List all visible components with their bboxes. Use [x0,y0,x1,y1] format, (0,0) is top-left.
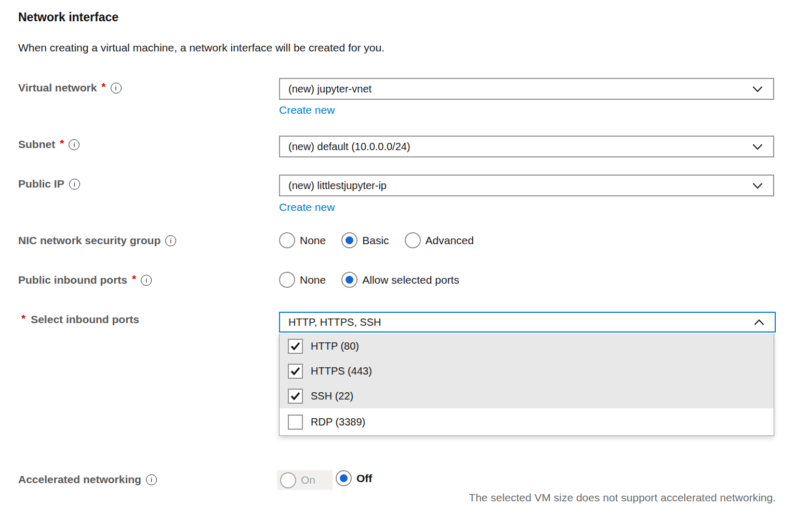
network-interface-form: Network interface When creating a virtua… [0,0,796,532]
nic-nsg-radio-advanced[interactable]: Advanced [405,232,474,248]
chevron-down-icon[interactable] [752,182,763,189]
subnet-dropdown[interactable]: (new) default (10.0.0.0/24) [279,136,774,157]
virtual-network-dropdown[interactable]: (new) jupyter-vnet [279,78,774,100]
option-http-80[interactable]: HTTP (80) [280,334,774,358]
option-ssh-22[interactable]: SSH (22) [280,383,774,408]
accelerated-networking-off-option[interactable]: Off [336,470,372,486]
info-icon[interactable] [146,474,157,485]
select-inbound-ports-label: *Select inbound ports [21,313,139,326]
info-icon[interactable] [111,83,122,94]
checkbox-checked-icon[interactable] [288,339,303,354]
info-icon[interactable] [69,139,79,150]
chevron-up-icon[interactable] [754,319,764,326]
inbound-ports-radio-allow-selected[interactable]: Allow selected ports [341,272,459,288]
create-new-vnet-link[interactable]: Create new [279,104,335,116]
accelerated-networking-label: Accelerated networking [18,473,157,486]
checkbox-checked-icon[interactable] [288,364,303,379]
public-ip-label: Public IP [18,178,80,190]
create-new-public-ip-link[interactable]: Create new [279,201,335,214]
required-asterisk: * [132,273,136,285]
subnet-label: Subnet * [18,138,79,151]
nic-nsg-radio-none[interactable]: None [279,232,326,248]
info-icon[interactable] [69,179,80,190]
required-asterisk: * [101,81,105,93]
public-ip-dropdown[interactable]: (new) littlestjupyter-ip [279,175,774,196]
required-asterisk: * [60,137,64,150]
select-inbound-ports-value: HTTP, HTTPS, SSH [288,316,381,328]
radio-selected-icon[interactable] [336,470,352,486]
inbound-ports-radio-none[interactable]: None [279,272,326,288]
info-icon[interactable] [165,235,176,246]
radio-icon[interactable] [279,272,295,288]
subnet-value: (new) default (10.0.0.0/24) [288,141,410,153]
nic-nsg-radio-group: None Basic Advanced [279,232,474,248]
page-title: Network interface [18,10,118,24]
page-description: When creating a virtual machine, a netwo… [18,42,384,54]
radio-disabled-icon [280,472,296,488]
public-ip-value: (new) littlestjupyter-ip [288,180,387,192]
radio-selected-icon[interactable] [341,232,357,248]
option-rdp-3389[interactable]: RDP (3389) [280,408,774,435]
nic-nsg-radio-basic[interactable]: Basic [341,232,389,248]
radio-icon[interactable] [279,232,295,248]
virtual-network-value: (new) jupyter-vnet [288,83,372,95]
radio-selected-icon[interactable] [341,272,357,288]
virtual-network-label: Virtual network * [18,82,122,94]
select-inbound-ports-combobox[interactable]: HTTP, HTTPS, SSH [279,312,776,332]
nic-nsg-label: NIC network security group [18,234,176,247]
accelerated-networking-note: The selected VM size does not support ac… [469,491,776,504]
checkbox-checked-icon[interactable] [288,389,303,404]
accelerated-networking-on-option-disabled: On [277,470,333,490]
required-asterisk: * [21,312,25,325]
option-https-443[interactable]: HTTPS (443) [280,358,774,383]
inbound-ports-option-list: HTTP (80) HTTPS (443) SSH (22) RDP (3389… [279,334,774,436]
checkbox-unchecked-icon[interactable] [288,415,303,430]
public-inbound-ports-radio-group: None Allow selected ports [279,272,459,288]
chevron-down-icon[interactable] [752,86,763,92]
chevron-down-icon[interactable] [752,143,763,150]
info-icon[interactable] [141,275,152,286]
public-inbound-ports-label: Public inbound ports * [18,274,152,286]
radio-icon[interactable] [405,232,421,248]
